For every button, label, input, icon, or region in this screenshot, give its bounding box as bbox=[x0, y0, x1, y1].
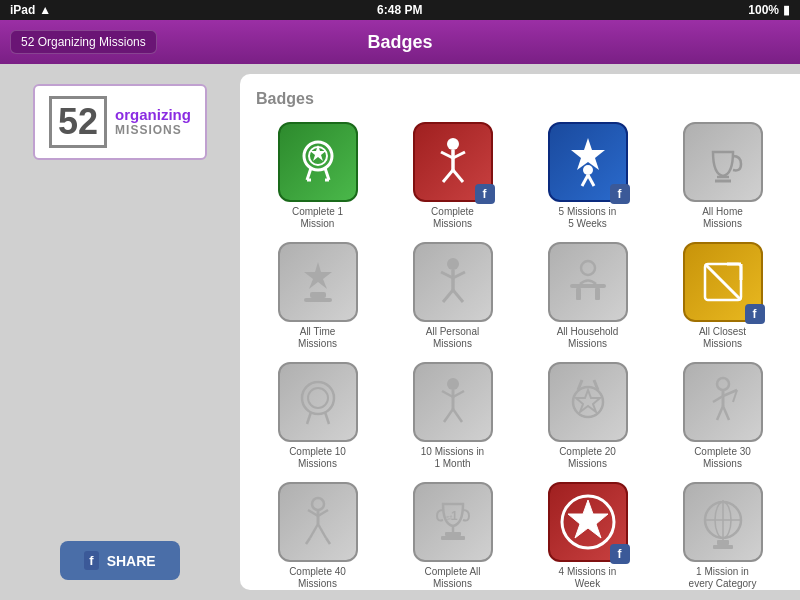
badge-item-all-closest[interactable]: f All ClosestMissions bbox=[661, 242, 784, 350]
badge-label-13: Complete 40Missions bbox=[289, 566, 346, 590]
svg-line-3 bbox=[307, 168, 311, 180]
svg-line-15 bbox=[582, 175, 588, 186]
logo-number: 52 bbox=[49, 96, 107, 148]
battery-label: 100% bbox=[748, 3, 779, 17]
svg-line-56 bbox=[723, 406, 729, 420]
app-logo: 52 organizing MISSIONS bbox=[33, 84, 207, 160]
svg-line-25 bbox=[453, 272, 465, 278]
svg-line-42 bbox=[442, 391, 453, 397]
svg-line-33 bbox=[705, 264, 741, 300]
back-button[interactable]: 52 Organizing Missions bbox=[10, 30, 157, 54]
badge-label-7: All HouseholdMissions bbox=[557, 326, 619, 350]
badge-icon-1 bbox=[278, 122, 358, 202]
svg-line-63 bbox=[306, 538, 310, 544]
logo-missions: MISSIONS bbox=[115, 124, 191, 137]
svg-rect-31 bbox=[595, 288, 600, 300]
status-bar: iPad ▲ 6:48 PM 100% ▮ bbox=[0, 0, 800, 20]
badge-item-complete-10[interactable]: Complete 10Missions bbox=[256, 362, 379, 470]
svg-marker-2 bbox=[310, 145, 326, 161]
svg-line-45 bbox=[453, 409, 462, 422]
badge-icon-10 bbox=[413, 362, 493, 442]
svg-point-50 bbox=[717, 378, 729, 390]
status-time: 6:48 PM bbox=[377, 3, 422, 17]
svg-rect-29 bbox=[570, 284, 606, 288]
badge-item-5-missions[interactable]: f 5 Missions in5 Weeks bbox=[526, 122, 649, 230]
badge-icon-6 bbox=[413, 242, 493, 322]
svg-line-39 bbox=[325, 412, 329, 424]
badge-icon-7 bbox=[548, 242, 628, 322]
svg-rect-67 bbox=[441, 536, 465, 540]
svg-line-61 bbox=[310, 524, 318, 538]
badge-item-4-missions-week[interactable]: f 4 Missions inWeek bbox=[526, 482, 649, 590]
sidebar: 52 organizing MISSIONS f SHARE bbox=[0, 64, 240, 600]
share-button[interactable]: f SHARE bbox=[60, 541, 179, 580]
badge-label-5: All TimeMissions bbox=[298, 326, 337, 350]
svg-line-27 bbox=[453, 290, 463, 302]
badge-icon-9 bbox=[278, 362, 358, 442]
main-content: 52 organizing MISSIONS f SHARE Badges bbox=[0, 64, 800, 600]
badge-icon-16 bbox=[683, 482, 763, 562]
badge-item-all-personal[interactable]: All PersonalMissions bbox=[391, 242, 514, 350]
svg-line-12 bbox=[453, 170, 463, 182]
svg-marker-19 bbox=[304, 262, 332, 289]
svg-line-43 bbox=[453, 391, 464, 397]
badge-grid: Complete 1Mission f CompleteMissions bbox=[256, 122, 784, 590]
badge-label-1: Complete 1Mission bbox=[292, 206, 343, 230]
badge-item-complete-missions[interactable]: f CompleteMissions bbox=[391, 122, 514, 230]
badge-item-complete-all[interactable]: 1 st Complete AllMissions bbox=[391, 482, 514, 590]
svg-line-38 bbox=[307, 412, 311, 424]
svg-line-64 bbox=[326, 538, 330, 544]
badge-label-10: 10 Missions in1 Month bbox=[421, 446, 484, 470]
badge-label-11: Complete 20Missions bbox=[559, 446, 616, 470]
svg-marker-70 bbox=[568, 500, 608, 538]
badge-label-9: Complete 10Missions bbox=[289, 446, 346, 470]
nav-bar: 52 Organizing Missions Badges bbox=[0, 20, 800, 64]
facebook-badge-3: f bbox=[610, 184, 630, 204]
svg-point-28 bbox=[581, 261, 595, 275]
share-label: SHARE bbox=[107, 553, 156, 569]
svg-rect-21 bbox=[304, 298, 332, 302]
facebook-icon-share: f bbox=[84, 551, 98, 570]
svg-line-24 bbox=[441, 272, 453, 278]
badge-label-2: CompleteMissions bbox=[431, 206, 474, 230]
nav-title: Badges bbox=[367, 32, 432, 53]
svg-marker-46 bbox=[576, 390, 600, 412]
facebook-badge-15: f bbox=[610, 544, 630, 564]
svg-line-62 bbox=[318, 524, 326, 538]
badge-icon-3: f bbox=[548, 122, 628, 202]
svg-rect-20 bbox=[310, 292, 326, 298]
badge-item-all-home[interactable]: All HomeMissions bbox=[661, 122, 784, 230]
badge-item-complete-20[interactable]: Complete 20Missions bbox=[526, 362, 649, 470]
badge-label-16: 1 Mission inevery Category bbox=[689, 566, 757, 590]
device-label: iPad bbox=[10, 3, 35, 17]
badge-item-complete-30[interactable]: Complete 30Missions bbox=[661, 362, 784, 470]
badge-icon-2: f bbox=[413, 122, 493, 202]
wifi-icon: ▲ bbox=[39, 3, 51, 17]
badge-item-complete-40[interactable]: Complete 40Missions bbox=[256, 482, 379, 590]
badge-label-14: Complete AllMissions bbox=[424, 566, 480, 590]
svg-text:st: st bbox=[446, 513, 453, 522]
badge-item-10-missions-month[interactable]: 10 Missions in1 Month bbox=[391, 362, 514, 470]
svg-point-22 bbox=[447, 258, 459, 270]
logo-text: organizing MISSIONS bbox=[115, 107, 191, 137]
svg-point-7 bbox=[447, 138, 459, 150]
badge-item-complete-1-mission[interactable]: Complete 1Mission bbox=[256, 122, 379, 230]
badge-icon-5 bbox=[278, 242, 358, 322]
svg-rect-77 bbox=[713, 545, 733, 549]
facebook-badge-8: f bbox=[745, 304, 765, 324]
svg-line-44 bbox=[444, 409, 453, 422]
logo-organizing: organizing bbox=[115, 107, 191, 124]
badge-label-8: All ClosestMissions bbox=[699, 326, 746, 350]
badge-icon-12 bbox=[683, 362, 763, 442]
svg-rect-76 bbox=[717, 540, 729, 545]
svg-rect-30 bbox=[576, 288, 581, 300]
badge-item-all-household[interactable]: All HouseholdMissions bbox=[526, 242, 649, 350]
badge-icon-15: f bbox=[548, 482, 628, 562]
badge-item-all-time[interactable]: All TimeMissions bbox=[256, 242, 379, 350]
status-right: 100% ▮ bbox=[748, 3, 790, 17]
svg-rect-66 bbox=[445, 532, 461, 536]
svg-point-36 bbox=[302, 382, 334, 414]
badge-icon-13 bbox=[278, 482, 358, 562]
badge-item-1-mission-category[interactable]: 1 Mission inevery Category bbox=[661, 482, 784, 590]
badge-label-15: 4 Missions inWeek bbox=[559, 566, 617, 590]
